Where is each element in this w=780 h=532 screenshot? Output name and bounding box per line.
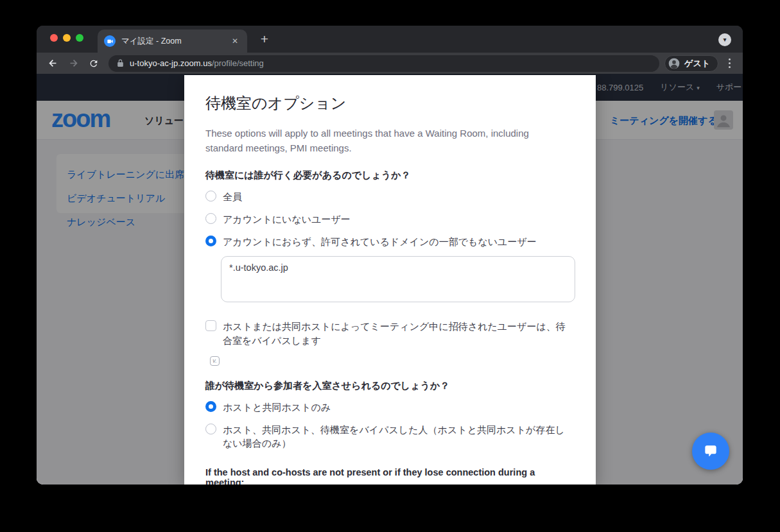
forward-icon[interactable] <box>65 55 82 72</box>
radio-icon[interactable] <box>205 191 216 202</box>
host-absent-label: If the host and co-hosts are not present… <box>205 467 575 485</box>
address-bar[interactable]: u-tokyo-ac-jp.zoom.us/profile/setting <box>108 55 659 72</box>
minimize-window-button[interactable] <box>63 34 71 42</box>
lock-icon <box>116 59 125 67</box>
close-window-button[interactable] <box>50 34 58 42</box>
tab-title: マイ設定 - Zoom <box>121 36 229 47</box>
checkbox-icon[interactable] <box>205 320 216 331</box>
allowed-domains-input[interactable]: *.u-tokyo.ac.jp <box>221 256 575 302</box>
traffic-lights <box>50 34 83 42</box>
window-menu-icon[interactable]: ▾ <box>718 33 731 46</box>
reload-icon[interactable] <box>85 55 102 72</box>
waiting-room-options-modal: 待機室のオプション These options will apply to al… <box>184 75 596 485</box>
browser-toolbar: u-tokyo-ac-jp.zoom.us/profile/setting ゲス… <box>37 53 743 74</box>
radio-icon[interactable] <box>205 213 216 224</box>
modal-title: 待機室のオプション <box>205 93 575 114</box>
url-host: u-tokyo-ac-jp.zoom.us <box>130 58 212 68</box>
bypass-checkbox-row[interactable]: ホストまたは共同ホストによってミーティング中に招待されたユーザーは、待合室をバイ… <box>205 320 575 348</box>
radio-checked-icon[interactable] <box>205 236 216 246</box>
chat-bubble-icon <box>702 443 719 459</box>
broken-image-icon: v. <box>210 356 220 366</box>
radio-checked-icon[interactable] <box>205 401 216 412</box>
question2-label: 誰が待機室から参加者を入室させられるのでしょうか？ <box>205 380 575 392</box>
radio-option-users-not-in-allowed-domains[interactable]: アカウントにおらず、許可されているドメインの一部でもないユーザー <box>205 235 575 249</box>
radio-option-users-not-in-account[interactable]: アカウントにいないユーザー <box>205 212 575 227</box>
url-text: u-tokyo-ac-jp.zoom.us/profile/setting <box>130 58 264 68</box>
fullscreen-window-button[interactable] <box>76 34 83 42</box>
radio-icon[interactable] <box>205 424 216 434</box>
tab-close-icon[interactable]: ✕ <box>229 35 241 47</box>
guest-avatar-icon <box>668 57 680 70</box>
radio-option-host-cohosts-bypassers[interactable]: ホスト、共同ホスト、待機室をバイパスした人（ホストと共同ホストが存在しない場合の… <box>205 423 575 451</box>
new-tab-button[interactable]: + <box>256 31 273 48</box>
browser-menu-icon[interactable] <box>724 57 735 70</box>
back-icon[interactable] <box>44 55 61 72</box>
profile-button[interactable]: ゲスト <box>664 55 718 72</box>
radio-option-host-cohosts-only[interactable]: ホストと共同ホストのみ <box>205 400 575 415</box>
url-path: /profile/setting <box>212 58 264 68</box>
tab-strip: マイ設定 - Zoom ✕ + ▾ <box>37 26 743 53</box>
profile-label: ゲスト <box>684 58 710 69</box>
modal-description: These options will apply to all meetings… <box>205 126 557 155</box>
zoom-favicon-icon <box>104 35 116 47</box>
browser-window: マイ設定 - Zoom ✕ + ▾ u-tokyo-ac-jp.zoom.us/… <box>37 26 743 485</box>
radio-option-everyone[interactable]: 全員 <box>205 190 575 204</box>
question1-label: 待機室には誰が行く必要があるのでしょうか？ <box>205 169 575 182</box>
page-viewport: 88.799.0125 リソース▾ サポート zoom ソリューショ ミーティン… <box>37 74 743 485</box>
chat-fab-button[interactable] <box>692 433 729 470</box>
browser-tab[interactable]: マイ設定 - Zoom ✕ <box>98 30 247 53</box>
